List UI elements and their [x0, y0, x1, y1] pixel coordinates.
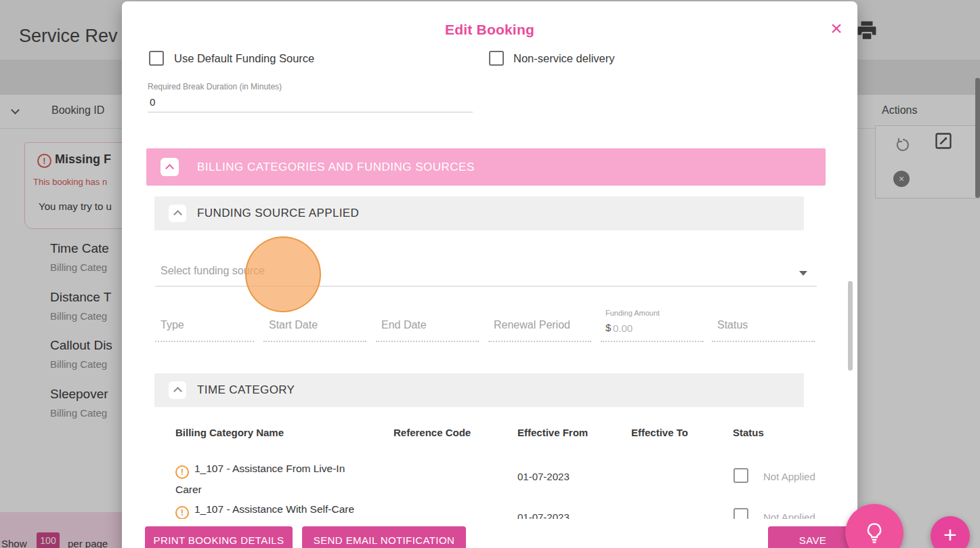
non-service-delivery-label: Non-service delivery: [513, 52, 614, 65]
section-time-category: TIME CATEGORY: [154, 373, 804, 407]
funding-amount-field: Funding Amount $ 0.00: [601, 313, 704, 342]
warning-icon: !: [175, 506, 189, 520]
screen: Service Rev Booking ID Actions ! Missing…: [0, 0, 980, 548]
click-highlight-circle: [245, 236, 321, 312]
billing-category-name: 1_107 - Assistance From Live-In Carer: [175, 463, 345, 495]
table-row-name: !1_107 - Assistance With Self-Care: [175, 499, 370, 520]
col-header-status: Status: [733, 427, 764, 438]
non-service-delivery-checkbox[interactable]: [489, 51, 504, 66]
status-checkbox[interactable]: [733, 468, 748, 483]
collapse-section-button[interactable]: [169, 205, 186, 222]
use-default-funding-checkbox[interactable]: [149, 51, 164, 66]
break-duration-input[interactable]: 0: [150, 96, 155, 108]
col-header-effective-from: Effective From: [517, 427, 588, 438]
funding-status-field: Status: [712, 313, 815, 342]
section-title: TIME CATEGORY: [197, 373, 295, 407]
field-label: End Date: [381, 319, 427, 331]
collapse-section-button[interactable]: [161, 158, 179, 176]
chevron-up-icon: [165, 164, 174, 173]
funding-renewal-period-field: Renewal Period: [488, 313, 591, 342]
funding-start-date-field: Start Date: [263, 313, 366, 342]
lightbulb-icon: [862, 521, 887, 545]
field-label: Funding Amount: [605, 309, 660, 317]
status-label: Not Applied: [763, 471, 815, 482]
field-label: Status: [717, 319, 748, 331]
col-header-effective-to: Effective To: [631, 427, 688, 438]
collapse-section-button[interactable]: [169, 381, 186, 399]
col-header-billing-category-name: Billing Category Name: [175, 427, 284, 438]
chevron-up-icon: [173, 210, 182, 219]
break-duration-underline: [148, 112, 473, 112]
section-title: FUNDING SOURCE APPLIED: [197, 196, 359, 230]
effective-from-value: 01-07-2023: [517, 471, 570, 482]
chevron-up-icon: [173, 387, 182, 396]
currency-symbol: $: [605, 322, 611, 333]
plus-icon: +: [943, 522, 957, 548]
save-button[interactable]: SAVE: [768, 526, 857, 548]
table-row-name: !1_107 - Assistance From Live-In Carer: [175, 458, 370, 500]
modal-scrollbar-thumb[interactable]: [848, 281, 853, 371]
print-booking-details-button[interactable]: PRINT BOOKING DETAILS: [145, 526, 293, 548]
use-default-funding-label: Use Default Funding Source: [174, 52, 314, 65]
break-duration-label: Required Break Duration (in Minutes): [148, 82, 282, 91]
section-title: BILLING CATEGORIES AND FUNDING SOURCES: [197, 148, 475, 186]
edit-booking-modal: Edit Booking × Use Default Funding Sourc…: [122, 1, 857, 548]
funding-amount-value: 0.00: [613, 322, 633, 334]
funding-type-field: Type: [155, 313, 254, 342]
send-email-notification-button[interactable]: SEND EMAIL NOTIFICATION: [302, 526, 466, 548]
section-billing-categories: BILLING CATEGORIES AND FUNDING SOURCES: [146, 148, 826, 186]
billing-category-name: 1_107 - Assistance With Self-Care: [194, 503, 354, 515]
field-label: Type: [161, 319, 184, 331]
chevron-down-icon: [799, 271, 807, 276]
field-label: Renewal Period: [494, 319, 570, 331]
warning-icon: !: [175, 465, 189, 479]
modal-title: Edit Booking: [122, 22, 857, 38]
section-funding-source-applied: FUNDING SOURCE APPLIED: [154, 196, 804, 230]
funding-end-date-field: End Date: [376, 313, 479, 342]
col-header-reference-code: Reference Code: [393, 427, 471, 438]
modal-footer: PRINT BOOKING DETAILS SEND EMAIL NOTIFIC…: [122, 519, 857, 548]
field-label: Start Date: [269, 319, 318, 331]
close-icon[interactable]: ×: [823, 15, 850, 42]
